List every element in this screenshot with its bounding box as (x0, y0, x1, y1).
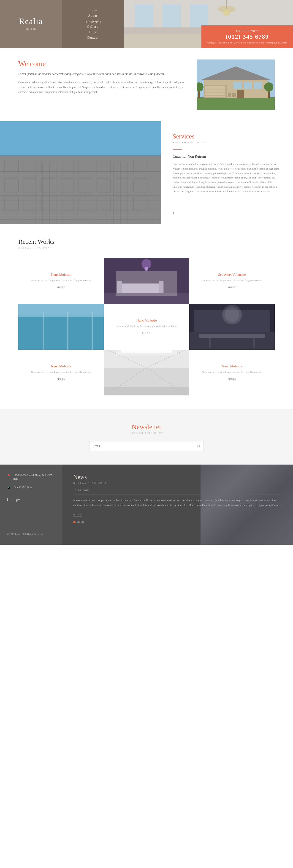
services-next-btn[interactable]: › (177, 210, 179, 215)
work-desc-7: Nam suscipit leo fringilla non suscipit … (31, 370, 91, 374)
footer-more-btn[interactable]: MORE (73, 513, 82, 517)
services-image (0, 121, 161, 224)
nav-item-gallery[interactable]: Gallery (87, 25, 98, 29)
work-image-pool (18, 304, 104, 350)
svg-point-29 (264, 82, 273, 92)
svg-rect-4 (163, 5, 181, 27)
svg-rect-56 (134, 197, 147, 211)
svg-rect-70 (92, 312, 93, 350)
svg-rect-76 (199, 334, 265, 338)
services-title: Services (173, 133, 282, 140)
work-desc-5: Nam suscipit leo fringilla non suscipit … (117, 324, 176, 329)
svg-rect-44 (60, 179, 74, 192)
work-more-5[interactable]: MORE (142, 332, 151, 335)
footer-news-content: News NULLAM TINCIDUNT 10 / 08 / 2019 Pra… (73, 474, 282, 523)
work-more-1[interactable]: MORE (57, 286, 65, 289)
work-cell-3: Sed Amet Vulputate Nam suscipit leo frin… (189, 258, 275, 304)
svg-rect-66 (18, 315, 104, 350)
footer-news-date: 10 / 08 / 2019 (73, 489, 282, 495)
work-title-3: Sed Amet Vulputate (218, 273, 245, 277)
call-phone: (012) 345 6789 (207, 33, 287, 40)
work-cell-1: Nunc Molestie Nam suscipit leo fringilla… (18, 258, 104, 304)
svg-rect-78 (253, 338, 255, 348)
corridor-svg (104, 350, 189, 396)
house-svg (197, 60, 275, 110)
logo-decoration: ❧❧❧ (26, 27, 36, 32)
services-prev-btn[interactable]: ‹ (173, 210, 174, 215)
welcome-text-area: Welcome Lorem ipsum dolor sit amet conse… (18, 60, 188, 95)
svg-rect-43 (41, 179, 55, 192)
footer-phone-item: 📱 +1 234 567 8910 (7, 485, 55, 490)
svg-rect-47 (115, 179, 129, 192)
services-divider (173, 149, 182, 150)
svg-rect-32 (0, 156, 161, 224)
newsletter-title: Newsletter (18, 423, 275, 431)
footer-social-links: f t g+ (7, 497, 55, 502)
svg-rect-63 (117, 281, 122, 293)
work-desc-1: Nam suscipit leo fringilla non suscipit … (31, 279, 91, 283)
welcome-house-image (197, 60, 275, 110)
newsletter-submit-btn[interactable]: ✉ (194, 441, 204, 451)
office-image (189, 304, 275, 350)
svg-rect-67 (18, 304, 104, 317)
svg-rect-20 (233, 82, 241, 89)
phone-icon: 📱 (7, 486, 11, 490)
svg-rect-3 (135, 5, 153, 27)
nav-item-contact[interactable]: Contact (87, 36, 99, 39)
svg-rect-25 (232, 93, 236, 97)
svg-rect-81 (104, 387, 189, 396)
building-facade (0, 121, 161, 224)
svg-rect-46 (96, 179, 110, 192)
services-section: Services NULLAM TINCIDUNT Curabitur Non … (0, 121, 293, 224)
svg-rect-77 (209, 338, 211, 348)
svg-rect-52 (60, 197, 74, 211)
services-content: Services NULLAM TINCIDUNT Curabitur Non … (161, 121, 293, 224)
footer-news-body: Praesent mollis orci suscipit lectus dui… (73, 498, 282, 507)
svg-rect-23 (237, 90, 244, 98)
work-title-9: Nunc Molestie (222, 364, 242, 368)
pool-svg (18, 304, 104, 350)
work-image-corridor (104, 350, 189, 396)
footer-dot-2[interactable] (77, 521, 80, 523)
facebook-icon[interactable]: f (7, 497, 8, 502)
services-subtitle: NULLAM TINCIDUNT (173, 141, 282, 144)
footer-news-title: News (73, 474, 282, 480)
welcome-title: Welcome (18, 60, 188, 68)
svg-rect-31 (0, 156, 161, 224)
footer-phone: +1 234 567 8910 (13, 485, 32, 489)
svg-rect-64 (158, 281, 164, 293)
welcome-section: Welcome Lorem ipsum dolor sit amet conse… (0, 48, 293, 121)
nav-item-about[interactable]: About (88, 14, 97, 18)
footer-left: 📍 1234 AMG Global Place, B.A 4567, Italy… (0, 465, 62, 545)
footer-dot-1[interactable] (73, 521, 76, 523)
newsletter-email-input[interactable] (89, 441, 194, 451)
work-desc-3: Nam suscipit leo fringilla non suscipit … (202, 279, 262, 283)
welcome-intro: Lorem ipsum dolor sit amet consectetur a… (18, 71, 188, 76)
svg-rect-42 (23, 179, 37, 192)
svg-rect-54 (96, 197, 110, 211)
work-image-office (189, 304, 275, 350)
googleplus-icon[interactable]: g+ (16, 497, 20, 502)
svg-rect-48 (134, 179, 147, 192)
footer-dot-3[interactable] (82, 521, 84, 523)
footer-right: News NULLAM TINCIDUNT 10 / 08 / 2019 Pra… (62, 465, 293, 545)
footer-copyright: © 2019 Realia. All Rights Reserved (7, 533, 55, 535)
work-more-9[interactable]: MORE (228, 378, 236, 381)
nav-item-home[interactable]: Home (88, 8, 97, 12)
work-title-1: Nunc Molestie (51, 273, 71, 277)
work-cell-5: Nunc Molestie Nam suscipit leo fringilla… (104, 304, 189, 350)
newsletter-form: ✉ (89, 441, 204, 451)
footer: 📍 1234 AMG Global Place, B.A 4567, Italy… (0, 465, 293, 545)
work-more-7[interactable]: MORE (57, 378, 65, 381)
logo-area: Realia ❧❧❧ (0, 0, 62, 48)
footer-address: 1234 AMG Global Place, B.A 4567, Italy (13, 474, 55, 480)
living-room-image (104, 258, 189, 304)
nav-item-typography[interactable]: Typography (84, 20, 101, 23)
works-grid: Nunc Molestie Nam suscipit leo fringilla… (18, 258, 275, 396)
svg-rect-45 (78, 179, 92, 192)
nav-item-blog[interactable]: Blog (89, 30, 96, 34)
newsletter-subtitle: NULLAM TINCIDUNT (18, 432, 275, 434)
twitter-icon[interactable]: t (11, 497, 12, 502)
work-desc-9: Nam suscipit leo fringilla non suscipit … (202, 370, 262, 374)
work-more-3[interactable]: MORE (228, 286, 236, 289)
